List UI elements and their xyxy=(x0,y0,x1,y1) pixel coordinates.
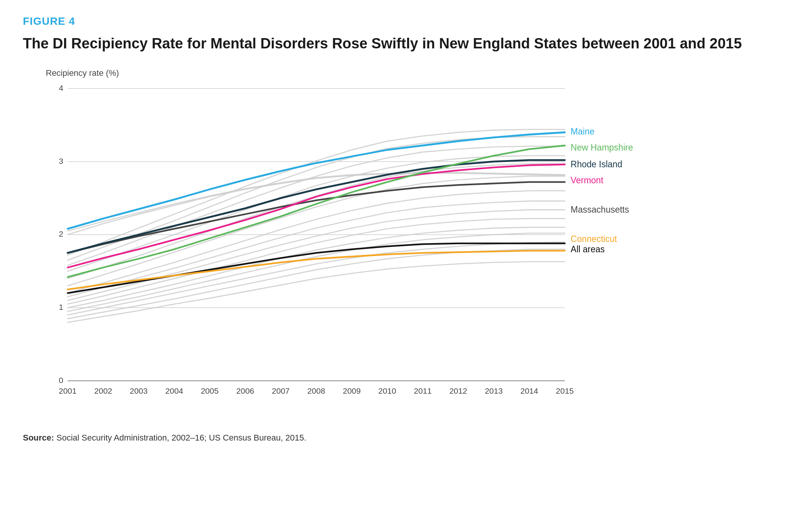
svg-text:2: 2 xyxy=(59,230,63,239)
svg-text:2009: 2009 xyxy=(343,386,361,395)
svg-text:Massachusetts: Massachusetts xyxy=(571,205,629,215)
svg-text:Rhode Island: Rhode Island xyxy=(571,160,623,170)
svg-text:2003: 2003 xyxy=(130,386,148,395)
chart-container: Recipiency rate (%) 01234 20012002200320… xyxy=(23,68,789,410)
svg-text:New Hampshire: New Hampshire xyxy=(571,143,633,153)
svg-text:All areas: All areas xyxy=(571,244,605,254)
svg-text:Maine: Maine xyxy=(571,127,595,136)
svg-text:3: 3 xyxy=(59,157,63,165)
svg-text:2007: 2007 xyxy=(272,386,290,395)
svg-text:Vermont: Vermont xyxy=(571,176,603,186)
chart-area: 01234 2001200220032004200520062007200820… xyxy=(46,81,667,410)
main-chart-svg: 01234 2001200220032004200520062007200820… xyxy=(46,81,667,410)
svg-text:2001: 2001 xyxy=(59,386,77,395)
svg-text:2008: 2008 xyxy=(307,386,325,395)
svg-text:2012: 2012 xyxy=(449,386,467,395)
svg-text:2006: 2006 xyxy=(236,386,254,395)
svg-text:2002: 2002 xyxy=(94,386,112,395)
figure-label: FIGURE 4 xyxy=(23,15,789,27)
svg-text:2010: 2010 xyxy=(378,386,396,395)
svg-text:2011: 2011 xyxy=(414,386,432,395)
svg-text:1: 1 xyxy=(59,303,63,312)
chart-title: The DI Recipiency Rate for Mental Disord… xyxy=(23,34,789,53)
svg-text:2013: 2013 xyxy=(485,386,503,395)
svg-text:4: 4 xyxy=(59,83,63,92)
source-text: Source: Social Security Administration, … xyxy=(23,433,789,443)
svg-text:2004: 2004 xyxy=(165,386,183,395)
svg-text:2015: 2015 xyxy=(556,386,574,395)
y-axis-label: Recipiency rate (%) xyxy=(46,68,789,78)
svg-text:2014: 2014 xyxy=(520,386,538,395)
svg-text:2005: 2005 xyxy=(201,386,219,395)
svg-text:Connecticut: Connecticut xyxy=(571,234,617,244)
svg-text:0: 0 xyxy=(59,376,63,385)
